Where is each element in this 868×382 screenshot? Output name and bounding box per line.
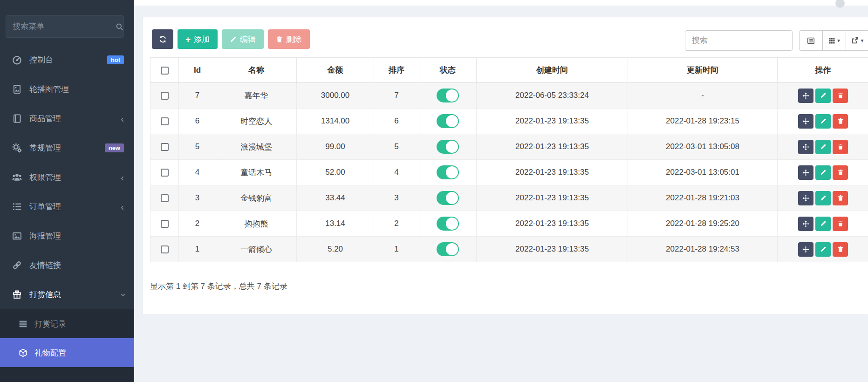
drag-sort-button[interactable] [798,114,813,129]
cell-name: 浪漫城堡 [216,134,297,160]
row-checkbox[interactable] [161,117,169,125]
content-panel: + 添加 编辑 删除 ▾ ▾ [143,17,868,315]
col-updated[interactable]: 更新时间 [628,58,778,83]
drag-sort-button[interactable] [798,140,813,154]
row-delete-button[interactable] [833,165,848,180]
list-icon [12,202,23,211]
trash-icon [276,36,283,43]
trash-icon [837,118,844,124]
table-row: 6 时空恋人 1314.00 6 2022-01-23 19:13:35 202… [150,109,868,134]
cell-updated: 2022-01-28 19:21:03 [628,185,778,211]
export-icon [851,37,859,44]
cell-created: 2022-01-23 19:13:35 [477,237,628,262]
sidebar-subitem-reward-records[interactable]: 打赏记录 [0,309,134,338]
sidebar-item-label: 海报管理 [29,231,61,241]
menu-search-input[interactable] [13,22,116,31]
col-name[interactable]: 名称 [216,58,297,83]
row-delete-button[interactable] [833,140,848,154]
sidebar-item-carousel[interactable]: 轮播图管理 [0,75,134,104]
pencil-icon [820,169,827,176]
row-delete-button[interactable] [833,89,848,103]
row-delete-button[interactable] [833,242,848,257]
cell-name: 抱抱熊 [216,211,297,237]
table-row: 3 金钱豹富 33.44 3 2022-01-23 19:13:35 2022-… [150,185,868,211]
cell-status [419,83,477,109]
row-edit-button[interactable] [815,191,831,205]
user-avatar[interactable] [835,0,845,8]
drag-sort-button[interactable] [798,242,813,257]
row-checkbox[interactable] [161,194,169,202]
row-delete-button[interactable] [833,217,848,231]
status-toggle[interactable] [437,217,459,231]
row-edit-button[interactable] [815,114,831,129]
sidebar-subitem-gift-config[interactable]: 礼物配置 [0,338,134,367]
sidebar-item-links[interactable]: 友情链接 [0,251,134,280]
table-search-input[interactable] [685,30,793,51]
cell-sort: 6 [374,109,419,134]
col-id[interactable]: Id [179,58,216,83]
col-amount[interactable]: 金额 [297,58,374,83]
row-select-cell [150,109,179,134]
status-toggle[interactable] [437,165,459,179]
sidebar-item-auth[interactable]: 权限管理 ‹ [0,163,134,192]
row-checkbox[interactable] [161,143,169,151]
sidebar-item-poster[interactable]: 海报管理 [0,221,134,251]
toggle-knob [446,243,458,255]
cell-sort: 1 [374,237,419,262]
columns-button[interactable]: ▾ [822,30,846,51]
sidebar-item-orders[interactable]: 订单管理 ‹ [0,192,134,221]
row-checkbox[interactable] [161,92,169,100]
sidebar-item-dashboard[interactable]: 控制台 hot [0,45,134,75]
status-toggle[interactable] [437,114,459,128]
chevron-left-icon: ‹ [121,173,124,182]
row-delete-button[interactable] [833,114,848,129]
edit-button[interactable]: 编辑 [222,29,264,49]
cell-updated: 2022-01-28 19:24:53 [628,237,778,262]
row-actions [798,140,848,154]
row-edit-button[interactable] [815,140,831,154]
drag-sort-button[interactable] [798,217,813,231]
row-select-cell [150,211,179,237]
row-checkbox[interactable] [161,246,169,253]
export-button[interactable]: ▾ [846,30,868,51]
cell-status [419,134,477,160]
row-edit-button[interactable] [815,242,831,257]
status-toggle[interactable] [437,191,459,205]
drag-sort-button[interactable] [798,191,813,205]
pencil-icon [820,143,827,150]
status-toggle[interactable] [437,140,459,154]
drag-sort-button[interactable] [798,89,813,103]
add-button[interactable]: + 添加 [178,29,218,49]
col-created[interactable]: 创建时间 [477,58,628,83]
move-icon [802,118,809,125]
new-badge: new [105,143,124,152]
trash-icon [837,195,844,201]
row-checkbox[interactable] [161,220,169,228]
detail-view-button[interactable] [799,30,823,51]
refresh-icon [159,35,167,43]
refresh-button[interactable] [152,29,173,49]
move-icon [802,143,809,150]
sidebar-item-reward[interactable]: 打赏信息 ‹ [0,280,134,309]
col-status[interactable]: 状态 [419,58,477,83]
row-checkbox[interactable] [161,169,169,177]
cell-amount: 1314.00 [297,109,374,134]
row-delete-button[interactable] [833,191,848,205]
row-edit-button[interactable] [815,165,831,180]
drag-sort-button[interactable] [798,165,813,180]
status-toggle[interactable] [437,89,459,102]
row-edit-button[interactable] [815,89,831,103]
sidebar-item-label: 权限管理 [29,172,61,183]
list-alt-icon [807,37,815,45]
trash-icon [837,92,844,99]
row-edit-button[interactable] [815,217,831,231]
cell-id: 1 [179,237,216,262]
delete-button[interactable]: 删除 [268,29,310,49]
sidebar-item-goods[interactable]: 商品管理 ‹ [0,104,134,133]
select-all-checkbox[interactable] [161,67,169,75]
sidebar-item-general[interactable]: 常规管理 new [0,133,134,163]
status-toggle[interactable] [437,242,459,256]
cell-id: 4 [179,160,216,185]
pencil-icon [230,36,237,43]
col-sort[interactable]: 排序 [374,58,419,83]
